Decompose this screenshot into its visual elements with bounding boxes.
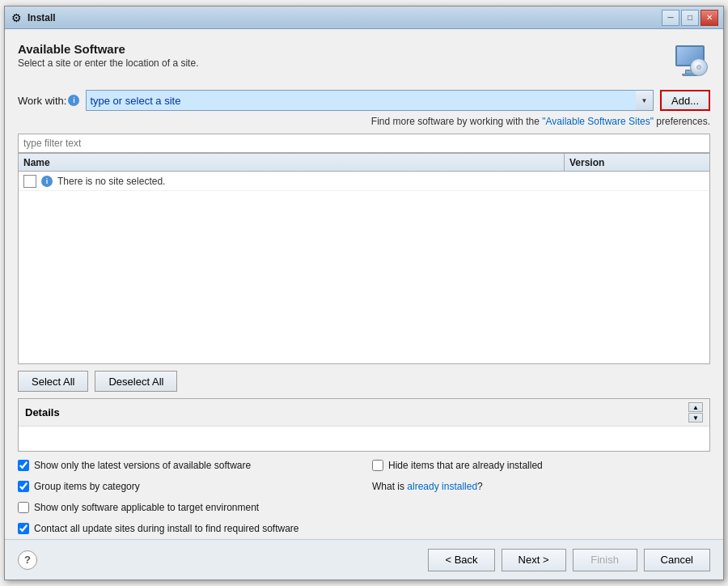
option-show-applicable: Show only software applicable to target … bbox=[18, 502, 356, 513]
page-subtitle: Select a site or enter the location of a… bbox=[18, 57, 198, 69]
details-header: Details ▲ ▼ bbox=[19, 399, 709, 427]
header-icon bbox=[670, 42, 710, 79]
table-body: i There is no site selected. bbox=[19, 172, 709, 363]
details-content bbox=[19, 427, 709, 451]
install-window: ⚙ Install ─ □ ✕ Available Software Selec… bbox=[4, 6, 724, 580]
details-scroll-buttons: ▲ ▼ bbox=[688, 402, 703, 423]
available-software-sites-link[interactable]: "Available Software Sites" bbox=[542, 116, 654, 127]
window-title: Install bbox=[28, 12, 662, 23]
details-section: Details ▲ ▼ bbox=[18, 398, 710, 452]
row-info-icon: i bbox=[41, 176, 53, 187]
filter-input[interactable] bbox=[18, 134, 710, 153]
header-text: Available Software Select a site or ente… bbox=[18, 42, 198, 69]
show-applicable-label: Show only software applicable to target … bbox=[34, 502, 259, 513]
options-section: Show only the latest versions of availab… bbox=[18, 460, 710, 539]
footer-buttons: < Back Next > Finish Cancel bbox=[428, 549, 710, 571]
content-area: Available Software Select a site or ente… bbox=[5, 29, 723, 539]
option-show-latest: Show only the latest versions of availab… bbox=[18, 460, 356, 471]
cancel-button[interactable]: Cancel bbox=[644, 549, 710, 571]
show-latest-checkbox[interactable] bbox=[18, 460, 29, 471]
hide-installed-label: Hide items that are already installed bbox=[388, 460, 543, 471]
cd-icon bbox=[690, 58, 708, 76]
available-sites-suffix: preferences. bbox=[654, 116, 710, 127]
action-buttons: Select All Deselect All bbox=[18, 364, 710, 398]
name-column-header: Name bbox=[19, 154, 564, 171]
work-with-text: Work with: bbox=[18, 95, 66, 107]
titlebar-buttons: ─ □ ✕ bbox=[662, 10, 718, 26]
site-input-wrapper: ▼ bbox=[86, 90, 654, 111]
available-sites-info: Find more software by working with the "… bbox=[18, 116, 710, 127]
window-icon: ⚙ bbox=[10, 11, 23, 24]
table-row: i There is no site selected. bbox=[19, 172, 709, 191]
monitor-icon bbox=[672, 45, 708, 76]
deselect-all-button[interactable]: Deselect All bbox=[95, 371, 177, 392]
help-button[interactable]: ? bbox=[18, 550, 37, 570]
row-checkbox[interactable] bbox=[23, 175, 36, 188]
minimize-button[interactable]: ─ bbox=[662, 10, 679, 26]
contact-sites-label: Contact all update sites during install … bbox=[34, 523, 299, 534]
option-group-by-category: Group items by category bbox=[18, 481, 356, 492]
what-is-installed-row: What is already installed? bbox=[372, 481, 710, 492]
already-installed-link[interactable]: already installed bbox=[407, 481, 477, 492]
details-label: Details bbox=[25, 406, 60, 418]
footer: ? < Back Next > Finish Cancel bbox=[5, 539, 723, 580]
header-section: Available Software Select a site or ente… bbox=[18, 42, 710, 79]
software-table: Name Version i There is no site selected… bbox=[18, 153, 710, 364]
options-left: Show only the latest versions of availab… bbox=[18, 460, 356, 539]
version-column-header: Version bbox=[564, 154, 709, 171]
close-button[interactable]: ✕ bbox=[700, 10, 718, 26]
options-right: Hide items that are already installed Wh… bbox=[372, 460, 710, 539]
contact-sites-checkbox[interactable] bbox=[18, 523, 29, 534]
info-icon: i bbox=[68, 95, 79, 106]
finish-button[interactable]: Finish bbox=[573, 549, 637, 571]
select-all-button[interactable]: Select All bbox=[18, 371, 88, 392]
work-with-label: Work with: i bbox=[18, 95, 79, 107]
work-with-row: Work with: i ▼ Add... bbox=[18, 90, 710, 111]
what-is-text: What is already installed? bbox=[372, 481, 483, 492]
no-site-text: There is no site selected. bbox=[57, 176, 165, 187]
show-applicable-checkbox[interactable] bbox=[18, 502, 29, 513]
add-button[interactable]: Add... bbox=[660, 90, 710, 111]
hide-installed-checkbox[interactable] bbox=[372, 460, 383, 471]
cd-hole bbox=[696, 65, 701, 70]
group-by-category-checkbox[interactable] bbox=[18, 481, 29, 492]
scroll-down-button[interactable]: ▼ bbox=[688, 413, 703, 423]
available-sites-prefix: Find more software by working with the bbox=[371, 116, 542, 127]
group-by-category-label: Group items by category bbox=[34, 481, 140, 492]
option-hide-installed: Hide items that are already installed bbox=[372, 460, 710, 471]
table-header: Name Version bbox=[19, 154, 709, 172]
back-button[interactable]: < Back bbox=[428, 549, 494, 571]
show-latest-label: Show only the latest versions of availab… bbox=[34, 460, 251, 471]
site-input[interactable] bbox=[86, 90, 654, 111]
dropdown-arrow-button[interactable]: ▼ bbox=[636, 90, 654, 111]
option-contact-sites: Contact all update sites during install … bbox=[18, 523, 356, 534]
next-button[interactable]: Next > bbox=[502, 549, 566, 571]
scroll-up-button[interactable]: ▲ bbox=[688, 402, 703, 412]
titlebar: ⚙ Install ─ □ ✕ bbox=[5, 6, 723, 29]
page-title: Available Software bbox=[18, 42, 198, 56]
maximize-button[interactable]: □ bbox=[681, 10, 699, 26]
